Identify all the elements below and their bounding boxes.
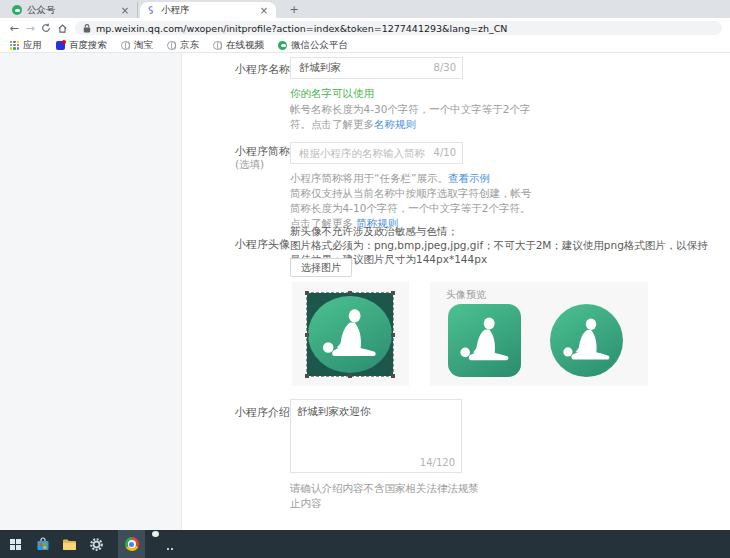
taskbar-wechat-button[interactable] <box>150 530 177 558</box>
lock-icon <box>83 24 91 33</box>
windows-taskbar <box>0 530 730 558</box>
avatar-crop-selection[interactable] <box>307 293 393 376</box>
address-bar[interactable]: mp.weixin.qq.com/wxopen/initprofile?acti… <box>75 21 722 35</box>
choose-image-button[interactable]: 选择图片 <box>290 258 352 277</box>
crop-handle-se[interactable] <box>391 374 395 378</box>
miniprogram-favicon-icon <box>146 5 156 15</box>
name-available-text: 你的名字可以使用 <box>290 87 374 101</box>
tab-label: 小程序 <box>161 4 258 17</box>
bookmark-apps[interactable]: 应用 <box>10 39 42 52</box>
globe-icon <box>213 41 222 50</box>
shortname-field-label: 小程序简称 <box>235 144 290 159</box>
left-panel <box>0 53 182 530</box>
shortname-optional-label: (选填) <box>235 158 264 172</box>
avatar-rule1: 新头像不允许涉及政治敏感与色情； <box>290 225 458 237</box>
crop-handle-w[interactable] <box>305 333 309 337</box>
massage-avatar-icon <box>317 304 383 366</box>
tab-official-account[interactable]: 公众号 × <box>6 2 138 18</box>
avatar-preview-square <box>448 304 521 377</box>
bookmark-label: 淘宝 <box>134 39 153 52</box>
crop-handle-ne[interactable] <box>391 291 395 295</box>
taskbar-explorer-button[interactable] <box>56 530 83 558</box>
massage-avatar-icon <box>455 314 515 368</box>
avatar-preview-label: 头像预览 <box>446 288 486 302</box>
taskbar-settings-button[interactable] <box>83 530 110 558</box>
crop-handle-n[interactable] <box>348 291 352 295</box>
bookmark-wechat-mp[interactable]: 微信公众平台 <box>278 39 348 52</box>
tab-close-icon[interactable]: × <box>119 5 131 16</box>
bookmark-label: 在线视频 <box>226 39 264 52</box>
tab-close-icon[interactable]: × <box>258 5 270 16</box>
shortname-example-link[interactable]: 查看示例 <box>448 172 490 184</box>
globe-icon <box>121 41 130 50</box>
taskbar-store-button[interactable] <box>29 530 56 558</box>
shortname-counter: 4/10 <box>434 147 456 158</box>
avatar-crop-box <box>292 282 409 386</box>
crop-handle-sw[interactable] <box>305 374 309 378</box>
massage-avatar-icon <box>558 315 616 367</box>
screen: 公众号 × 小程序 × + ← → mp.weixin.qq.com/wxope… <box>0 0 730 558</box>
home-icon[interactable] <box>54 23 70 34</box>
wechat-icon <box>278 41 287 50</box>
url-text: mp.weixin.qq.com/wxopen/initprofile?acti… <box>96 23 507 34</box>
name-field-label: 小程序名称 <box>235 62 290 77</box>
baidu-icon <box>56 41 65 50</box>
start-button[interactable] <box>2 530 29 558</box>
name-rule-hint: 帐号名称长度为4-30个字符，一个中文字等于2个字符。点击了解更多名称规则 <box>290 102 536 132</box>
page-content: 小程序名称 8/30 你的名字可以使用 帐号名称长度为4-30个字符，一个中文字… <box>0 53 730 530</box>
reload-icon[interactable] <box>38 23 54 33</box>
crop-handle-nw[interactable] <box>305 291 309 295</box>
shortname-rule-hint: 小程序简称将用于“任务栏”展示。查看示例 简称仅支持从当前名称中按顺序选取字符创… <box>290 171 540 231</box>
taskbar-chrome-button[interactable] <box>118 530 145 558</box>
forward-icon[interactable]: → <box>22 22 38 35</box>
chrome-icon <box>125 537 139 551</box>
hint-text: 小程序简称将用于“任务栏”展示。 <box>290 172 448 184</box>
hint-text: 简称仅支持从当前名称中按顺序选取字符创建，帐号简称长度为4-10个字符，一个中文… <box>290 187 532 229</box>
intro-field-label: 小程序介绍 <box>235 405 290 420</box>
avatar-preview-box: 头像预览 <box>430 282 648 386</box>
bookmark-video[interactable]: 在线视频 <box>213 39 264 52</box>
store-icon <box>36 537 50 551</box>
folder-icon <box>62 538 77 551</box>
intro-textarea-wrap: 舒城到家欢迎你 14/120 <box>290 399 462 473</box>
globe-icon <box>167 41 176 50</box>
bookmarks-bar: 应用 百度搜索 淘宝 京东 在线视频 微信公众平台 <box>0 38 730 53</box>
tab-label: 公众号 <box>27 4 119 17</box>
bookmark-baidu[interactable]: 百度搜索 <box>56 39 107 52</box>
crop-handle-e[interactable] <box>391 333 395 337</box>
back-icon[interactable]: ← <box>6 22 22 35</box>
browser-toolbar: ← → mp.weixin.qq.com/wxopen/initprofile?… <box>0 18 730 38</box>
intro-counter: 14/120 <box>420 457 455 468</box>
wechat-favicon-icon <box>12 5 22 15</box>
tab-miniprogram[interactable]: 小程序 × <box>140 2 276 18</box>
avatar-rules: 新头像不允许涉及政治敏感与色情； 图片格式必须为：png,bmp,jpeg,jp… <box>290 224 715 266</box>
avatar-rule2: 图片格式必须为：png,bmp,jpeg,jpg,gif；不可大于2M；建议使用… <box>290 239 708 265</box>
intro-warning: 请确认介绍内容不含国家相关法律法规禁止内容 <box>290 481 485 511</box>
browser-tab-strip: 公众号 × 小程序 × + <box>0 0 730 18</box>
name-counter: 8/30 <box>434 62 456 73</box>
shortname-input-wrap: 4/10 <box>290 142 463 164</box>
new-tab-button[interactable]: + <box>286 2 302 18</box>
name-rule-link[interactable]: 名称规则 <box>374 118 416 130</box>
avatar-preview-circle <box>550 304 623 377</box>
bookmark-taobao[interactable]: 淘宝 <box>121 39 153 52</box>
windows-logo-icon <box>10 539 21 550</box>
gear-icon <box>89 537 104 552</box>
apps-grid-icon <box>10 41 19 50</box>
bookmark-jd[interactable]: 京东 <box>167 39 199 52</box>
name-input-wrap: 8/30 <box>290 57 463 79</box>
bookmark-label: 京东 <box>180 39 199 52</box>
avatar-field-label: 小程序头像 <box>235 237 290 252</box>
crop-handle-s[interactable] <box>348 374 352 378</box>
bookmark-label: 百度搜索 <box>69 39 107 52</box>
bookmark-label: 应用 <box>23 39 42 52</box>
bookmark-label: 微信公众平台 <box>291 39 348 52</box>
